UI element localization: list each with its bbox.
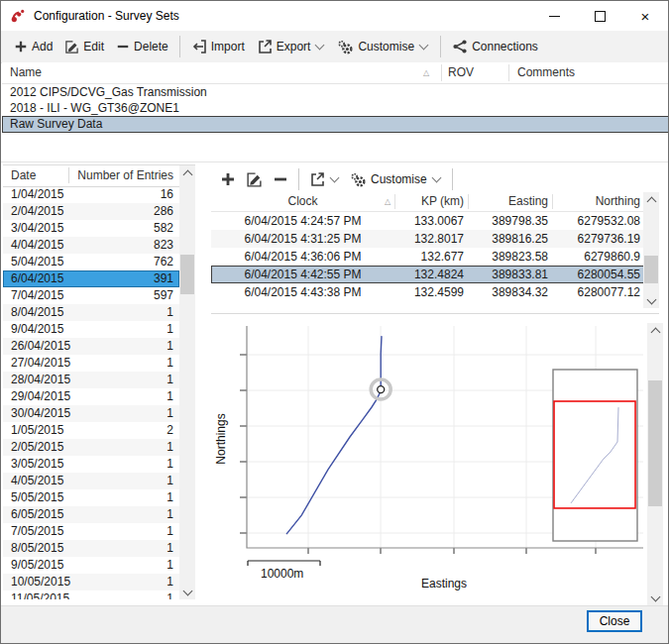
connections-button[interactable]: Connections <box>446 36 544 57</box>
scrollbar-thumb[interactable] <box>648 380 662 506</box>
column-header-date[interactable]: Date <box>11 165 36 186</box>
column-divider <box>441 64 442 81</box>
y-axis-label: Northings <box>214 413 228 464</box>
date-row[interactable]: 1/04/201516 <box>3 186 179 203</box>
chevron-down-icon <box>330 173 340 183</box>
points-table-rows: 6/04/2015 4:24:57 PM133.0067389798.35627… <box>211 212 659 301</box>
maximize-icon <box>595 11 606 22</box>
import-button[interactable]: Import <box>185 36 251 57</box>
column-header-entries[interactable]: Number of Entries <box>77 165 173 186</box>
date-row[interactable]: 1/05/20152 <box>3 422 179 439</box>
plus-icon <box>14 40 28 54</box>
date-row[interactable]: 7/05/20151 <box>3 523 179 540</box>
minimize-button[interactable] <box>531 1 577 31</box>
date-row[interactable]: 10/05/20151 <box>3 574 179 590</box>
date-row[interactable]: 27/04/20151 <box>3 355 179 372</box>
survey-row[interactable]: 2018 - ILI - WG_GT36@ZONE1 <box>2 100 669 116</box>
close-window-button[interactable]: × <box>622 1 668 31</box>
column-header-kp[interactable]: KP (km) <box>394 192 464 211</box>
add-point-button[interactable] <box>215 169 241 189</box>
column-header-easting[interactable]: Easting <box>471 192 548 211</box>
date-row[interactable]: 5/05/20151 <box>3 489 179 506</box>
survey-row[interactable]: Raw Survey Data <box>2 116 669 133</box>
gear-icon <box>337 39 354 55</box>
date-row[interactable]: 30/04/20151 <box>3 405 179 422</box>
date-table-scrollbar[interactable] <box>179 165 195 599</box>
customise-button[interactable]: Customise <box>331 36 435 58</box>
date-row[interactable]: 5/04/2015762 <box>3 254 179 270</box>
point-row[interactable]: 6/04/2015 4:31:25 PM132.8017389816.25627… <box>211 230 659 248</box>
toolbar-separator <box>179 36 180 57</box>
toolbar-separator <box>452 168 453 190</box>
date-row[interactable]: 26/04/20151 <box>3 338 179 355</box>
column-header-name[interactable]: Name <box>10 62 42 83</box>
date-row[interactable]: 6/05/20151 <box>3 506 179 523</box>
date-row[interactable]: 3/04/2015582 <box>3 220 179 237</box>
connections-icon <box>452 39 468 54</box>
column-header-rov[interactable]: ROV <box>448 62 474 83</box>
scalebar-label: 10000m <box>261 567 303 581</box>
date-row[interactable]: 8/04/20151 <box>3 304 179 321</box>
chart-minimap[interactable] <box>553 370 637 541</box>
points-table-header[interactable]: Clock △ KP (km) Easting Northing <box>211 192 659 212</box>
import-icon <box>191 39 207 54</box>
date-table-header[interactable]: Date Number of Entries <box>3 165 195 187</box>
date-row[interactable]: 4/05/20151 <box>3 473 179 489</box>
export-icon <box>309 171 325 187</box>
survey-row[interactable]: 2012 CIPS/DCVG_Gas Transmission <box>2 84 669 100</box>
scroll-down-icon[interactable] <box>643 292 659 308</box>
survey-list-rows: 2012 CIPS/DCVG_Gas Transmission2018 - IL… <box>2 84 669 133</box>
export-icon <box>257 39 273 54</box>
export-button[interactable]: Export <box>251 36 332 57</box>
date-row[interactable]: 29/04/20151 <box>3 388 179 405</box>
chart-scrollbar[interactable] <box>647 323 663 605</box>
scrollbar-thumb[interactable] <box>180 255 194 294</box>
scroll-up-icon[interactable] <box>643 192 659 208</box>
scroll-down-icon[interactable] <box>179 584 195 599</box>
delete-button[interactable]: Delete <box>110 37 174 56</box>
point-row[interactable]: 6/04/2015 4:36:06 PM132.677389823.586279… <box>211 248 659 266</box>
track-chart[interactable]: 10000m Eastings Northings <box>209 318 647 607</box>
column-header-comments[interactable]: Comments <box>517 62 575 83</box>
date-row[interactable]: 28/04/20151 <box>3 372 179 388</box>
delete-point-button[interactable] <box>268 169 293 189</box>
points-table-scrollbar[interactable] <box>643 192 659 308</box>
add-button[interactable]: Add <box>8 37 58 56</box>
export-points-button[interactable] <box>304 169 345 189</box>
date-row[interactable]: 8/05/20151 <box>3 540 179 557</box>
point-row[interactable]: 6/04/2015 4:43:38 PM132.4599389834.32628… <box>211 283 659 301</box>
titlebar: Configuration - Survey Sets × <box>1 1 668 31</box>
scroll-down-icon[interactable] <box>647 590 663 605</box>
date-table: Date Number of Entries 1/04/2015162/04/2… <box>3 164 195 599</box>
date-row[interactable]: 7/04/2015597 <box>3 287 179 304</box>
chevron-down-icon <box>431 173 441 183</box>
toolbar-separator <box>298 168 299 190</box>
window-title: Configuration - Survey Sets <box>34 9 179 23</box>
scroll-up-icon[interactable] <box>179 165 195 181</box>
survey-sets-list: Name △ ROV Comments 2012 CIPS/DCVG_Gas T… <box>2 62 669 161</box>
toolbar-separator <box>440 36 441 57</box>
point-row[interactable]: 6/04/2015 4:24:57 PM133.0067389798.35627… <box>211 212 659 230</box>
column-header-clock[interactable]: Clock <box>211 192 394 211</box>
date-row[interactable]: 9/04/20151 <box>3 321 179 338</box>
close-button[interactable]: Close <box>587 610 642 632</box>
date-row[interactable]: 9/05/20151 <box>3 557 179 574</box>
date-table-rows: 1/04/2015162/04/20152863/04/20155824/04/… <box>3 186 179 599</box>
edit-point-button[interactable] <box>241 169 268 190</box>
scroll-up-icon[interactable] <box>647 323 663 339</box>
date-row[interactable]: 2/05/20151 <box>3 439 179 456</box>
points-toolbar: Customise <box>215 166 458 192</box>
survey-list-header[interactable]: Name △ ROV Comments <box>2 62 669 84</box>
chevron-down-icon <box>419 41 429 51</box>
customise-points-button[interactable]: Customise <box>345 169 447 190</box>
column-header-northing[interactable]: Northing <box>555 192 640 211</box>
date-row[interactable]: 6/04/2015391 <box>3 270 179 287</box>
maximize-button[interactable] <box>577 1 622 31</box>
date-row[interactable]: 4/04/2015823 <box>3 237 179 254</box>
point-row[interactable]: 6/04/2015 4:42:55 PM132.4824389833.81628… <box>211 266 659 283</box>
scrollbar-thumb[interactable] <box>644 256 658 283</box>
date-row[interactable]: 3/05/20151 <box>3 456 179 473</box>
edit-button[interactable]: Edit <box>58 37 110 57</box>
date-row[interactable]: 11/05/20151 <box>3 590 179 599</box>
date-row[interactable]: 2/04/2015286 <box>3 203 179 220</box>
